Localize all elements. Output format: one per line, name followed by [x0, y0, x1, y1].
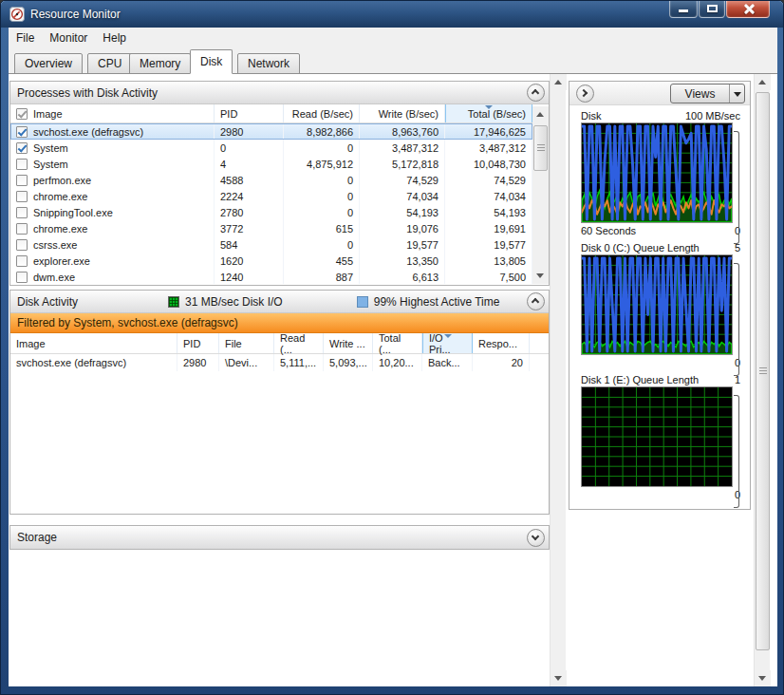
tab-cpu[interactable]: CPU — [87, 53, 132, 74]
table-row[interactable]: svchost.exe (defragsvc)29808,982,8668,96… — [10, 123, 532, 140]
close-button[interactable] — [726, 0, 770, 18]
table-cell: perfmon.exe — [10, 172, 215, 188]
chart-scale-max: 1 — [735, 374, 740, 385]
row-checkbox[interactable] — [16, 191, 28, 202]
cell-value: perfmon.exe — [33, 175, 91, 186]
column-header-write-b-sec-[interactable]: Write (B/sec) — [360, 104, 445, 122]
table-row[interactable]: System44,875,9125,172,81810,048,730 — [10, 156, 532, 172]
table-cell: 54,193 — [360, 204, 445, 220]
table-cell: chrome.exe — [10, 220, 215, 236]
views-button[interactable]: Views — [670, 84, 745, 103]
column-header-label: Image — [33, 108, 63, 120]
storage-panel-header: Storage — [10, 526, 549, 549]
column-header-image[interactable]: Image — [10, 104, 215, 122]
select-all-checkbox[interactable] — [16, 108, 28, 120]
tabbar: OverviewCPUMemoryDiskNetwork — [9, 48, 777, 74]
table-row[interactable]: svchost.exe (defragsvc)2980\Devi...5,111… — [10, 354, 549, 371]
scroll-down-button[interactable] — [755, 670, 771, 686]
triangle-down-icon — [554, 676, 562, 681]
maximize-button[interactable] — [699, 0, 725, 18]
row-checkbox[interactable] — [16, 223, 28, 235]
chart-scale-max: 5 — [735, 242, 740, 254]
titlebar: Resource Monitor — [1, 1, 783, 28]
cell-value: explorer.exe — [33, 255, 90, 267]
scrollbar-thumb[interactable] — [533, 125, 548, 171]
views-dropdown-arrow[interactable] — [729, 85, 744, 103]
collapse-processes-button[interactable] — [527, 84, 545, 102]
cell-value: 74,034 — [406, 191, 439, 202]
table-row[interactable]: chrome.exe2224074,03474,034 — [10, 188, 532, 204]
table-cell: 10,20... — [373, 354, 422, 371]
table-cell: 2224 — [215, 188, 284, 204]
hide-graphs-button[interactable] — [576, 85, 594, 103]
tab-disk[interactable]: Disk — [190, 49, 233, 74]
tab-overview[interactable]: Overview — [14, 53, 83, 74]
row-checkbox[interactable] — [16, 159, 28, 170]
table-cell: 20 — [473, 354, 530, 371]
column-header-pid[interactable]: PID — [215, 104, 284, 122]
table-cell: csrss.exe — [10, 236, 215, 253]
column-header-write-[interactable]: Write ... — [324, 333, 373, 353]
table-cell: 2780 — [215, 204, 284, 220]
collapse-disk-activity-button[interactable] — [527, 292, 545, 310]
expand-storage-button[interactable] — [527, 529, 545, 547]
row-checkbox[interactable] — [16, 207, 28, 218]
column-header-pid[interactable]: PID — [177, 333, 219, 353]
scroll-up-button[interactable] — [532, 106, 549, 122]
row-checkbox[interactable] — [16, 126, 28, 138]
column-header-total-b-sec-[interactable]: Total (B/sec) — [445, 104, 532, 122]
column-header-read-b-sec-[interactable]: Read (B/sec) — [284, 104, 360, 122]
table-row[interactable]: System003,487,3123,487,312 — [10, 140, 532, 156]
chart-plot-area — [581, 122, 733, 223]
table-row[interactable]: perfmon.exe4588074,52974,529 — [10, 172, 532, 188]
column-header-image[interactable]: Image — [10, 333, 177, 353]
row-checkbox[interactable] — [16, 239, 28, 251]
tab-network[interactable]: Network — [237, 53, 300, 74]
scroll-down-button[interactable] — [551, 670, 567, 686]
disk-io-legend: 31 MB/sec Disk I/O — [168, 295, 283, 309]
column-header-file[interactable]: File — [219, 333, 274, 353]
table-cell: 13,350 — [360, 253, 445, 269]
left-pane-scrollbar[interactable] — [550, 74, 566, 686]
chevron-up-icon — [532, 89, 539, 97]
table-row[interactable]: chrome.exe377261519,07619,691 — [10, 220, 532, 236]
scrollbar-thumb[interactable] — [756, 92, 770, 650]
cell-value: 2980 — [183, 357, 206, 368]
table-row[interactable]: csrss.exe584019,57719,577 — [10, 236, 532, 253]
cell-value: 584 — [220, 239, 237, 251]
menu-item-file[interactable]: File — [9, 28, 42, 47]
table-row[interactable]: explorer.exe162045513,35013,805 — [10, 253, 532, 269]
column-header-label: File — [225, 338, 242, 349]
table-row[interactable]: dwm.exe12408876,6137,500 — [10, 269, 532, 284]
scroll-up-button[interactable] — [551, 74, 567, 90]
table-cell: 4,875,912 — [284, 156, 360, 172]
row-checkbox[interactable] — [16, 142, 28, 154]
scroll-down-button[interactable] — [532, 268, 549, 284]
column-header-respo-[interactable]: Respo... — [473, 333, 530, 353]
column-header-total-[interactable]: Total (... — [373, 333, 422, 353]
table-cell: 0 — [215, 140, 284, 156]
chart-0: Disk100 MB/sec60 Seconds0 — [581, 108, 740, 237]
cell-value: 0 — [347, 207, 353, 218]
cell-value: 10,048,730 — [474, 159, 526, 170]
row-checkbox[interactable] — [16, 175, 28, 186]
menu-item-monitor[interactable]: Monitor — [42, 28, 95, 47]
minimize-button[interactable] — [669, 0, 698, 18]
right-pane-scrollbar[interactable] — [754, 74, 770, 686]
tab-memory[interactable]: Memory — [129, 53, 191, 74]
cell-value: 10,20... — [379, 357, 414, 368]
active-time-legend: 99% Highest Active Time — [357, 295, 500, 309]
cell-value: 2780 — [220, 207, 243, 218]
row-checkbox[interactable] — [16, 272, 28, 283]
row-checkbox[interactable] — [16, 255, 28, 267]
scroll-up-button[interactable] — [755, 74, 771, 90]
processes-scrollbar[interactable] — [532, 106, 549, 284]
table-cell: 0 — [284, 140, 360, 156]
table-cell: 0 — [284, 172, 360, 188]
column-header-read-[interactable]: Read (... — [274, 333, 324, 353]
cell-value: 74,529 — [406, 175, 439, 186]
column-header-i-o-pri-[interactable]: I/O Pri... — [422, 333, 473, 353]
menubar: FileMonitorHelp — [9, 28, 777, 48]
table-row[interactable]: SnippingTool.exe2780054,19354,193 — [10, 204, 532, 220]
menu-item-help[interactable]: Help — [95, 28, 134, 47]
